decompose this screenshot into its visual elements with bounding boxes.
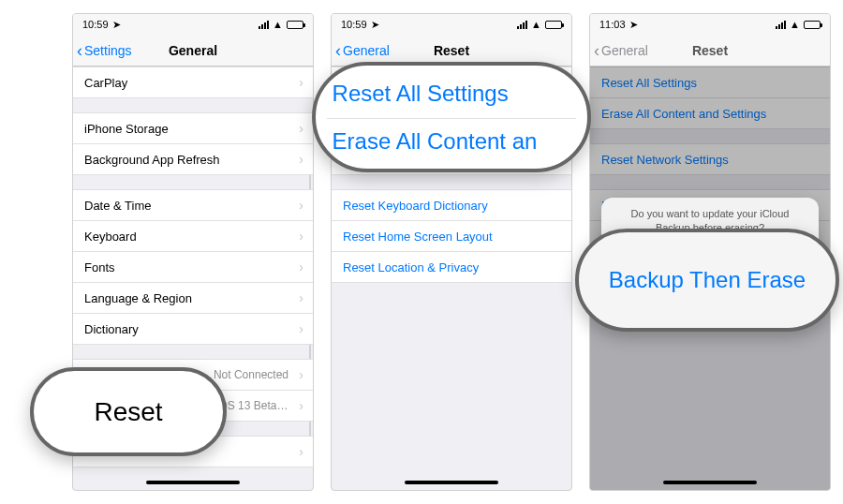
row-background-app-refresh[interactable]: Background App Refresh ›: [73, 143, 313, 175]
row-label: Date & Time: [84, 199, 152, 213]
status-bar: 11:03 ➤ ▲: [590, 14, 830, 35]
row-label: Keyboard: [84, 230, 137, 244]
zoom-text-line2: Erase All Content an: [327, 119, 577, 158]
row-detail: Not Connected: [214, 368, 288, 381]
status-bar: 10:59 ➤ ▲: [332, 14, 571, 35]
back-label: General: [343, 43, 390, 58]
row-label: Dictionary: [84, 322, 139, 336]
status-time: 10:59: [341, 19, 367, 30]
back-button[interactable]: ‹ General: [332, 42, 390, 59]
row-reset-location-privacy[interactable]: Reset Location & Privacy: [332, 251, 571, 283]
chevron-right-icon: ›: [299, 152, 303, 167]
location-icon: ➤: [629, 19, 638, 31]
chevron-right-icon: ›: [299, 444, 303, 459]
chevron-right-icon: ›: [299, 75, 303, 90]
wifi-icon: ▲: [531, 19, 541, 30]
row-date-time[interactable]: Date & Time ›: [73, 189, 313, 221]
status-time: 10:59: [82, 19, 109, 30]
back-button[interactable]: ‹ General: [590, 42, 648, 59]
signal-icon: [776, 21, 786, 29]
wifi-icon: ▲: [273, 19, 283, 30]
row-keyboard[interactable]: Keyboard ›: [73, 220, 313, 252]
row-label: Reset Keyboard Dictionary: [343, 199, 488, 213]
wifi-icon: ▲: [790, 19, 800, 30]
battery-icon: [804, 21, 821, 29]
back-label: General: [601, 43, 648, 58]
row-label: CarPlay: [84, 76, 127, 90]
chevron-right-icon: ›: [299, 367, 303, 382]
chevron-right-icon: ›: [299, 321, 303, 336]
nav-bar: ‹ General Reset: [590, 35, 830, 67]
chevron-right-icon: ›: [299, 198, 303, 213]
row-carplay[interactable]: CarPlay ›: [73, 67, 313, 98]
chevron-right-icon: ›: [299, 229, 303, 244]
row-iphone-storage[interactable]: iPhone Storage ›: [73, 112, 313, 144]
back-label: Settings: [84, 43, 132, 58]
chevron-left-icon: ‹: [335, 42, 341, 59]
home-indicator[interactable]: [663, 481, 757, 484]
chevron-right-icon: ›: [299, 259, 303, 274]
chevron-right-icon: ›: [299, 398, 303, 413]
row-label: Fonts: [84, 260, 115, 274]
row-reset-keyboard-dictionary[interactable]: Reset Keyboard Dictionary: [332, 189, 571, 221]
zoom-callout-backup: Backup Then Erase: [575, 229, 839, 332]
tutorial-stage: 10:59 ➤ ▲ ‹ Settings General CarPlay ›: [0, 0, 843, 504]
zoom-text-line1: Reset All Settings: [327, 77, 577, 119]
row-reset-home-screen[interactable]: Reset Home Screen Layout: [332, 220, 571, 252]
chevron-left-icon: ‹: [77, 42, 82, 59]
zoom-text: Backup Then Erase: [609, 267, 806, 293]
row-label: Reset Location & Privacy: [343, 260, 479, 274]
nav-bar: ‹ Settings General: [73, 35, 313, 67]
location-icon: ➤: [112, 19, 121, 31]
row-label: Reset Home Screen Layout: [343, 230, 493, 244]
home-indicator[interactable]: [405, 481, 498, 484]
back-button[interactable]: ‹ Settings: [73, 42, 132, 59]
row-label: iPhone Storage: [84, 122, 169, 136]
zoom-callout-erase: Reset All Settings Erase All Content an: [312, 62, 591, 172]
chevron-right-icon: ›: [299, 121, 303, 136]
home-indicator[interactable]: [146, 481, 240, 484]
signal-icon: [259, 21, 269, 29]
row-dictionary[interactable]: Dictionary ›: [73, 313, 313, 345]
location-icon: ➤: [371, 19, 379, 31]
row-fonts[interactable]: Fonts ›: [73, 251, 313, 283]
zoom-callout-reset: Reset: [30, 367, 227, 456]
status-bar: 10:59 ➤ ▲: [73, 14, 313, 35]
row-label: Language & Region: [84, 291, 192, 305]
signal-icon: [517, 21, 527, 29]
status-time: 11:03: [599, 19, 626, 30]
zoom-text: Reset: [94, 397, 162, 427]
battery-icon: [545, 21, 562, 29]
chevron-left-icon: ‹: [594, 42, 599, 59]
chevron-right-icon: ›: [299, 290, 303, 305]
row-language-region[interactable]: Language & Region ›: [73, 282, 313, 314]
battery-icon: [287, 21, 303, 29]
row-label: Background App Refresh: [84, 153, 220, 167]
